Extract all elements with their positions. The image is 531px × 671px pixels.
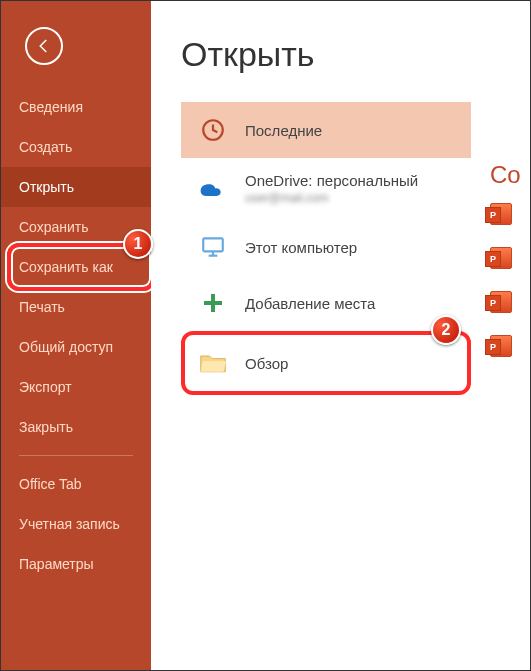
onedrive-icon bbox=[199, 175, 227, 203]
location-label: OneDrive: персональный bbox=[245, 172, 418, 189]
powerpoint-file-icon[interactable] bbox=[490, 335, 512, 357]
powerpoint-file-icon[interactable] bbox=[490, 247, 512, 269]
computer-icon bbox=[199, 233, 227, 261]
sidebar-item-share[interactable]: Общий доступ bbox=[1, 327, 151, 367]
location-label: Обзор bbox=[245, 355, 288, 372]
location-recent[interactable]: Последние bbox=[181, 102, 471, 158]
back-button[interactable] bbox=[25, 27, 63, 65]
sidebar-separator bbox=[19, 455, 133, 456]
sidebar-item-close[interactable]: Закрыть bbox=[1, 407, 151, 447]
backstage-main: Открыть Последние OneDriv bbox=[151, 1, 530, 670]
sidebar-item-save[interactable]: Сохранить bbox=[1, 207, 151, 247]
sidebar-item-office-tab[interactable]: Office Tab bbox=[1, 464, 151, 504]
location-subtext: user@mail.com bbox=[245, 191, 418, 205]
recent-header-fragment: Со bbox=[490, 161, 530, 189]
svg-rect-5 bbox=[204, 301, 222, 305]
powerpoint-file-icon[interactable] bbox=[490, 203, 512, 225]
location-onedrive[interactable]: OneDrive: персональный user@mail.com bbox=[181, 158, 471, 219]
sidebar-item-new[interactable]: Создать bbox=[1, 127, 151, 167]
sidebar-item-options[interactable]: Параметры bbox=[1, 544, 151, 584]
svg-rect-1 bbox=[203, 238, 223, 251]
location-browse[interactable]: Обзор bbox=[181, 335, 471, 391]
plus-icon bbox=[199, 289, 227, 317]
clock-icon bbox=[199, 116, 227, 144]
location-label: Последние bbox=[245, 122, 322, 139]
sidebar-item-print[interactable]: Печать bbox=[1, 287, 151, 327]
location-this-pc[interactable]: Этот компьютер bbox=[181, 219, 471, 275]
powerpoint-file-icon[interactable] bbox=[490, 291, 512, 313]
recent-files-strip: Со bbox=[490, 161, 530, 379]
sidebar-item-open[interactable]: Открыть bbox=[1, 167, 151, 207]
location-label: Добавление места bbox=[245, 295, 375, 312]
backstage-sidebar: Сведения Создать Открыть Сохранить Сохра… bbox=[1, 1, 151, 670]
folder-icon bbox=[199, 349, 227, 377]
sidebar-item-save-as[interactable]: Сохранить как bbox=[1, 247, 151, 287]
location-label: Этот компьютер bbox=[245, 239, 357, 256]
sidebar-item-export[interactable]: Экспорт bbox=[1, 367, 151, 407]
sidebar-item-account[interactable]: Учетная запись bbox=[1, 504, 151, 544]
location-add-place[interactable]: Добавление места bbox=[181, 275, 471, 331]
open-locations-list: Последние OneDrive: персональный user@ma… bbox=[181, 102, 471, 391]
page-title: Открыть bbox=[181, 35, 530, 74]
sidebar-item-info[interactable]: Сведения bbox=[1, 87, 151, 127]
